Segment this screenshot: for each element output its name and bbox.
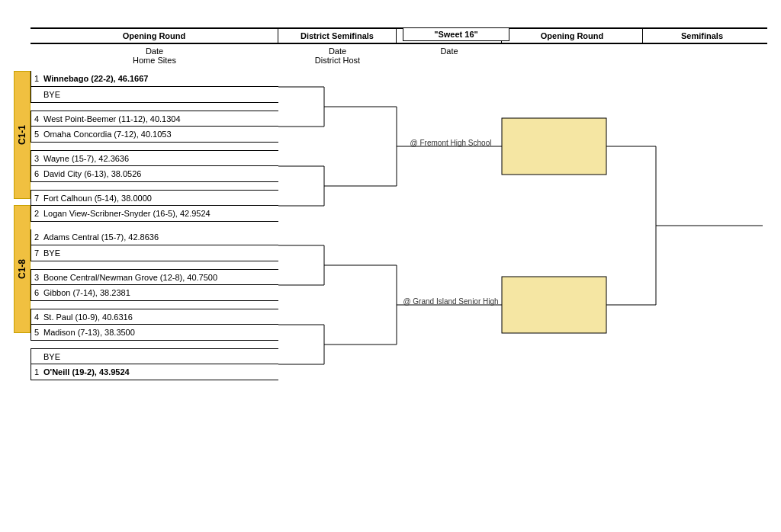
col-h-opening2: Opening Round [502,29,643,43]
location-label-2: District Host [278,56,397,65]
col-h-semifinals: Semifinals [643,29,761,43]
col-h-semi: District Semifinals [278,29,397,43]
venue-c1-1: @ Fremont High School [401,139,500,147]
date-label-2: Date [278,46,397,56]
bracket-rows: C1-1 C1-8 1 Winnebago (22-2), 46.1667 [14,71,767,222]
c1-1-label: C1-1 [14,71,31,199]
c1-8-label: C1-8 [14,205,31,222]
sub-header-row: Date Home Sites Date District Host Date [31,44,767,71]
sweet16-header: "Sweet 16" [403,27,509,41]
col-headers-row: Opening Round District Semifinals Distri… [31,27,767,44]
svg-rect-30 [502,118,606,175]
date-label-3: Date [397,46,502,56]
bracket-content: 1 Winnebago (22-2), 46.1667 BYE 4 West P… [31,71,767,222]
main-bracket: "Sweet 16" Opening Round District Semifi… [8,8,773,222]
location-label-1: Home Sites [31,56,278,65]
side-labels: C1-1 C1-8 [14,71,31,222]
col-h-opening: Opening Round [31,29,278,43]
bracket-lines-svg [31,71,763,222]
date-label-1: Date [31,46,278,56]
